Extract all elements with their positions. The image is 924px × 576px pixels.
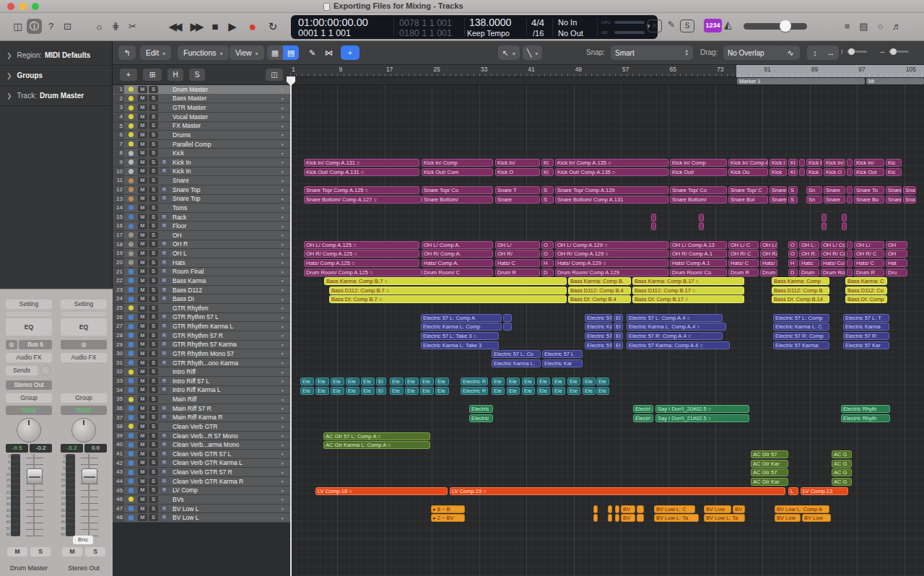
region[interactable]: El [614,314,623,322]
record-enable-button[interactable]: R [160,468,169,476]
record-enable-button[interactable]: R [160,159,169,166]
mute-button[interactable]: M [138,268,147,275]
region[interactable] [847,159,853,167]
record-enable-button[interactable]: R [160,250,169,257]
zoom-icon[interactable] [32,3,39,10]
region[interactable]: Snare T [495,186,540,194]
region[interactable]: Kick O [824,168,845,176]
region[interactable]: Electric 57 Kar [843,341,889,349]
region[interactable] [847,168,853,176]
solo-button[interactable]: S [149,259,158,266]
region[interactable]: Electric 57 R: Comp [773,332,829,340]
track-row-32[interactable]: 32MSIntro Riff● [113,367,290,377]
solo-button[interactable]: S [149,359,158,367]
region[interactable] [847,241,853,249]
region[interactable]: Kick Out/ Comp A.131 ○ [304,168,419,176]
region[interactable]: AC G [832,478,852,486]
region[interactable] [699,214,704,222]
region[interactable]: Ele [331,378,344,385]
fader-cap[interactable] [82,468,97,484]
solo-button[interactable]: S [149,468,158,476]
region[interactable]: Electric Karma L: Take 3 [421,341,499,349]
record-enable-button[interactable]: R [160,287,169,294]
mute-button[interactable]: M [138,240,147,248]
region[interactable]: Ele [300,387,314,395]
region[interactable]: Hats/ Comp A.129 ○ [555,259,668,267]
region[interactable]: AC G [832,460,852,468]
track-row-18[interactable]: 18MSROH R● [113,240,290,250]
region[interactable] [593,505,598,513]
region[interactable]: Ele [583,378,596,385]
record-enable-button[interactable]: R [160,341,169,348]
region[interactable]: Ele [507,387,520,395]
track-on-dot[interactable]: ● [281,87,290,92]
solo-button[interactable]: S [149,222,158,230]
region[interactable]: OH L: [799,241,819,249]
region[interactable]: OH [886,241,907,249]
volume-value[interactable]: -9.5 [6,444,28,453]
mute-button[interactable]: M [138,386,147,393]
region[interactable] [799,159,805,167]
mute-button[interactable]: M [138,432,147,440]
add-track-button[interactable]: + [120,69,137,81]
region[interactable]: OH L/ [760,241,777,249]
track-on-dot[interactable]: ● [281,141,290,147]
duplicate-track-button[interactable]: ⊞ [143,69,162,81]
region[interactable]: Kick I [770,159,787,167]
send-knob[interactable] [40,365,51,375]
record-enable-button[interactable]: R [160,478,169,485]
eq-slot[interactable]: EQ [61,318,107,336]
region[interactable]: OH R/ Comp A. [422,250,493,258]
track-on-dot[interactable]: ● [281,351,290,356]
region[interactable]: Bass Karma: Comp B. [568,277,631,285]
region[interactable]: Bass D112: Co [845,287,887,294]
region[interactable]: Ele [420,378,434,385]
region[interactable]: Hat [886,259,907,267]
track-on-dot[interactable]: ● [281,114,290,119]
track-on-dot[interactable]: ● [281,333,290,338]
track-on-dot[interactable]: ● [281,506,290,511]
mute-button[interactable]: M [138,396,147,403]
region[interactable]: Electric 57 L: Co [492,350,541,358]
track-row-29[interactable]: 29MSRGTR Rhythm 57 Karma● [113,341,290,350]
region[interactable]: Ele [331,387,344,395]
track-on-dot[interactable]: ● [281,297,290,302]
region[interactable]: Electric [469,414,493,422]
play-button[interactable]: ▶ [225,18,240,35]
solo-tracks-button[interactable]: S [189,69,205,81]
mute-button[interactable]: M [138,505,147,512]
solo-button[interactable]: S [149,313,158,320]
mute-button[interactable]: M [138,122,147,129]
region[interactable] [651,222,656,230]
metronome-icon[interactable]: ◭ [724,19,732,30]
mute-button[interactable]: M [138,195,147,202]
solo-button[interactable]: S [149,478,158,485]
region[interactable]: O [788,250,798,258]
region[interactable]: Electric 57 R: [843,332,889,340]
region[interactable]: ▸ 2 ~ BV [431,514,465,522]
region[interactable]: Kick Out/ Com [422,168,493,176]
mute-button[interactable]: M [138,186,147,193]
region[interactable]: OH [886,250,907,258]
bounce-button[interactable]: Bnc [73,536,93,544]
region[interactable]: Electric 57 [585,332,612,340]
region[interactable] [593,514,598,522]
region[interactable]: OH R/ [495,250,540,258]
region[interactable]: El [614,323,623,331]
track-row-44[interactable]: 44MSRClean Verb GTR Karma R● [113,477,290,486]
record-enable-button[interactable]: R [160,514,169,521]
plugin-slot[interactable] [61,312,107,316]
region[interactable]: Hats/ C [495,259,540,267]
mute-button[interactable]: M [138,259,147,266]
region[interactable] [847,196,853,204]
region[interactable]: Ele [583,387,596,395]
track-on-dot[interactable]: ● [281,242,290,247]
track-on-dot[interactable]: ● [281,424,290,429]
minimize-icon[interactable] [19,3,27,10]
track-row-36[interactable]: 36MSRMain Riff 57 R● [113,404,290,414]
region[interactable]: El [614,341,623,349]
region[interactable] [637,514,644,522]
media-browser-icon[interactable]: ♬ [889,19,905,34]
solo-button[interactable]: S [149,450,158,458]
solo-button[interactable]: S [149,186,158,193]
